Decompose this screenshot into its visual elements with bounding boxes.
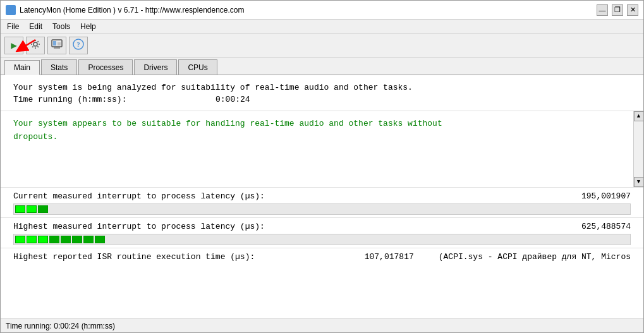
bar-seg-h3 [38,236,48,243]
tab-main[interactable]: Main [4,60,40,75]
menu-help[interactable]: Help [76,21,100,32]
tab-stats[interactable]: Stats [41,59,77,75]
bar-segment-3 [38,205,48,213]
status-panel: Your system appears to be suitable for h… [1,111,643,187]
status-line1: Your system appears to be suitable for h… [13,119,442,128]
tab-cpus[interactable]: CPUs [178,59,217,75]
scroll-down-arrow[interactable]: ▼ [634,177,644,187]
svg-rect-4 [54,47,60,49]
bar-seg-h6 [72,236,82,243]
window-title: LatencyMon (Home Edition ) v 6.71 - http… [20,6,245,15]
bottom-status-bar: Time running: 0:00:24 (h:mm:ss) [1,318,643,332]
svg-line-0 [21,40,35,49]
scrollbar[interactable]: ▲ ▼ [633,111,643,187]
metric-isr-label: Highest reported ISR routine execution t… [13,252,255,262]
bar-seg-h5 [61,236,71,243]
analysis-info-line: Your system is being analyzed for suitab… [13,83,631,92]
help-button[interactable]: ? [69,37,88,54]
tab-drivers[interactable]: Drivers [134,59,177,75]
status-line2: dropouts. [13,132,58,142]
menu-bar: File Edit Tools Help [1,20,643,33]
title-bar: LatencyMon (Home Edition ) v 6.71 - http… [1,1,643,20]
minimize-button[interactable]: — [597,4,608,16]
bar-seg-h1 [15,236,25,243]
bar-segment-1 [15,205,25,213]
metric-row-isr: Highest reported ISR routine execution t… [1,248,643,263]
title-bar-controls: — ❐ ✕ [597,4,638,16]
metric-highest-bar [13,234,631,245]
metric-current-bar [13,203,631,215]
help-icon: ? [73,39,84,52]
metrics-section: Current measured interrupt to process la… [1,187,643,318]
metric-isr-value: 107,017817 (ACPI.sys - ACPI драйвер для … [365,252,631,262]
info-panel: Your system is being analyzed for suitab… [1,75,643,111]
metric-highest-value: 625,488574 [581,222,631,231]
time-label: Time running (h:mm:ss): [13,95,216,104]
metric-highest-label: Highest measured interrupt to process la… [13,222,265,231]
metric-row-highest: Highest measured interrupt to process la… [1,217,643,248]
status-text: Your system appears to be suitable for h… [13,118,631,144]
metric-current-label-row: Current measured interrupt to process la… [13,191,631,201]
svg-text:?: ? [76,40,80,48]
time-row: Time running (h:mm:ss): 0:00:24 [13,95,631,104]
menu-file[interactable]: File [3,21,23,32]
red-arrow-annotation [7,35,39,58]
monitor-icon [51,39,63,52]
app-icon [6,5,16,15]
title-bar-left: LatencyMon (Home Edition ) v 6.71 - http… [6,5,245,15]
menu-tools[interactable]: Tools [49,21,74,32]
close-button[interactable]: ✕ [627,4,638,16]
main-content: Your system is being analyzed for suitab… [1,75,643,318]
scroll-up-arrow[interactable]: ▲ [634,111,644,121]
bottom-status-text: Time running: 0:00:24 (h:mm:ss) [6,322,115,330]
metric-current-value: 195,001907 [581,191,631,201]
metric-current-label: Current measured interrupt to process la… [13,191,265,201]
svg-rect-5 [53,41,56,45]
metric-highest-label-row: Highest measured interrupt to process la… [13,222,631,231]
metric-row-current: Current measured interrupt to process la… [1,187,643,217]
time-value: 0:00:24 [216,95,250,104]
main-window: LatencyMon (Home Edition ) v 6.71 - http… [0,0,644,333]
toolbar: ▶ [1,33,643,58]
menu-edit[interactable]: Edit [25,21,46,32]
bar-seg-h4 [49,236,59,243]
bar-segment-2 [27,205,37,213]
svg-rect-6 [58,42,61,45]
tabs: Main Stats Processes Drivers CPUs [1,58,643,75]
bar-seg-h2 [27,236,37,243]
monitor-button[interactable] [47,37,66,54]
metric-isr-label-row: Highest reported ISR routine execution t… [13,252,631,262]
tab-processes[interactable]: Processes [78,59,133,75]
bar-seg-h8 [95,236,105,243]
bar-seg-h7 [83,236,94,243]
restore-button[interactable]: ❐ [612,4,623,16]
